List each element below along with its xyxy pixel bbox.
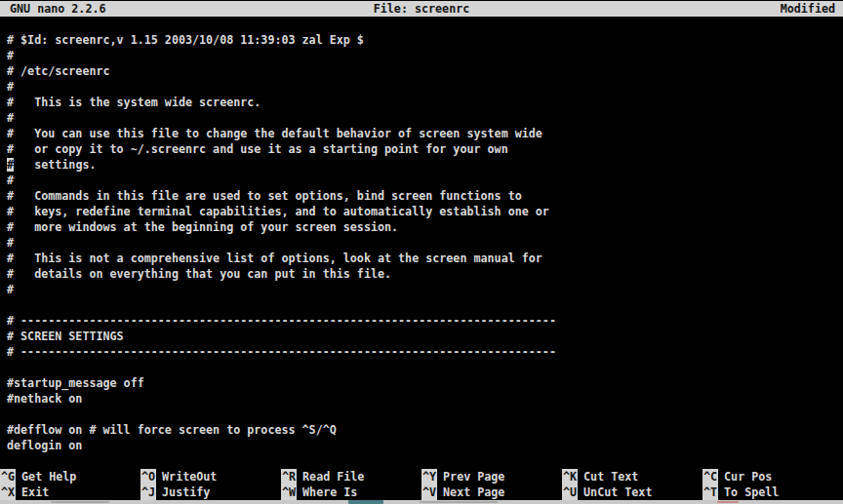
shortcut-key: ^C [702,469,718,485]
shortcut-exit: ^XExit [0,485,140,500]
shortcut-label: Exit [21,485,49,499]
shortcut-label: Where Is [302,485,357,499]
underlying-content-smudge [51,501,109,503]
shortcut-key: ^U [562,485,578,500]
shortcut-where-is: ^WWhere Is [281,485,422,500]
nano-titlebar: GNU nano 2.2.6 File: screenrc Modified [0,1,843,17]
editor-line-divider: # --------------------------------------… [7,344,843,360]
shortcut-key: ^J [140,485,156,500]
shortcut-cut-text: ^KCut Text [562,469,702,485]
editor-line: # [7,48,843,63]
editor-line [7,407,843,422]
editor-line: # Commands in this file are used to set … [7,188,843,204]
editor-text-area[interactable]: # $Id: screenrc,v 1.15 2003/10/08 11:39:… [0,32,843,469]
modified-status-badge: Modified [781,1,835,17]
editor-status-line [7,453,843,469]
shortcut-to-spell: ^TTo Spell [702,485,843,500]
editor-line-with-cursor: # settings. [7,157,843,173]
shortcut-get-help: ^GGet Help [0,469,140,485]
editor-line: # This is the system wide screenrc. [7,95,843,110]
editor-line: # [7,110,843,126]
text-cursor: # [7,158,14,172]
editor-line: # keys, redefine terminal capabilities, … [7,204,843,219]
editor-line: # [7,79,843,95]
shortcut-label: WriteOut [162,470,217,484]
editor-line-section-title: # SCREEN SETTINGS [7,329,843,344]
terminal-window: GNU nano 2.2.6 File: screenrc Modified #… [0,0,843,504]
shortcut-key: ^R [281,469,297,485]
shortcut-writeout: ^OWriteOut [140,469,281,485]
shortcut-uncut-text: ^UUnCut Text [562,485,702,500]
underlying-content-smudge [717,501,739,503]
editor-line: #startup_message off [7,375,843,391]
shortcut-label: UnCut Text [583,485,652,499]
file-name-label: File: screenrc [0,1,843,17]
editor-line: deflogin on [7,438,843,453]
editor-line: # [7,282,843,297]
editor-line: # This is not a comprehensive list of op… [7,251,843,266]
shortcut-key: ^V [422,485,437,500]
underlying-window-edge [0,500,843,504]
shortcut-cur-pos: ^CCur Pos [702,469,843,485]
shortcut-key: ^O [140,469,156,485]
shortcut-key: ^T [702,485,718,500]
editor-line [7,297,843,313]
editor-line: # /etc/screenrc [7,63,843,79]
editor-line: # details on everything that you can put… [7,266,843,282]
shortcut-label: Justify [162,485,210,499]
shortcut-key: ^X [0,485,16,500]
shortcut-key: ^W [281,485,297,500]
editor-line: # more windows at the beginning of your … [7,219,843,235]
editor-line: #nethack on [7,391,843,407]
editor-line: # [7,235,843,251]
shortcut-key: ^Y [422,469,437,485]
editor-line-divider: # --------------------------------------… [7,313,843,329]
editor-line: #defflow on # will force screen to proce… [7,422,843,438]
shortcut-prev-page: ^YPrev Page [422,469,562,485]
shortcut-justify: ^JJustify [140,485,281,500]
shortcut-label: Next Page [443,485,504,499]
editor-line: # or copy it to ~/.screenrc and use it a… [7,141,843,157]
shortcut-label: Prev Page [443,470,504,484]
shortcut-label: Cur Pos [724,470,772,484]
shortcut-key: ^K [562,469,578,485]
underlying-content-smudge [348,500,383,504]
editor-line: # [7,173,843,188]
shortcut-read-file: ^RRead File [281,469,422,485]
shortcut-label: Cut Text [583,470,638,484]
shortcut-row-2: ^XExit ^JJustify ^WWhere Is ^VNext Page … [0,485,843,500]
editor-line [7,360,843,375]
shortcut-key: ^G [0,469,16,485]
editor-line: # You can use this file to change the de… [7,126,843,141]
editor-line-rest: settings. [14,158,96,172]
shortcut-label: Read File [302,470,364,484]
shortcut-next-page: ^VNext Page [422,485,562,500]
nano-shortcut-bar: ^GGet Help ^OWriteOut ^RRead File ^YPrev… [0,469,843,500]
shortcut-row-1: ^GGet Help ^OWriteOut ^RRead File ^YPrev… [0,469,843,485]
shortcut-label: Get Help [21,470,76,484]
underlying-content-smudge [420,501,498,503]
shortcut-label: To Spell [724,485,779,499]
editor-line: # $Id: screenrc,v 1.15 2003/10/08 11:39:… [7,32,843,48]
